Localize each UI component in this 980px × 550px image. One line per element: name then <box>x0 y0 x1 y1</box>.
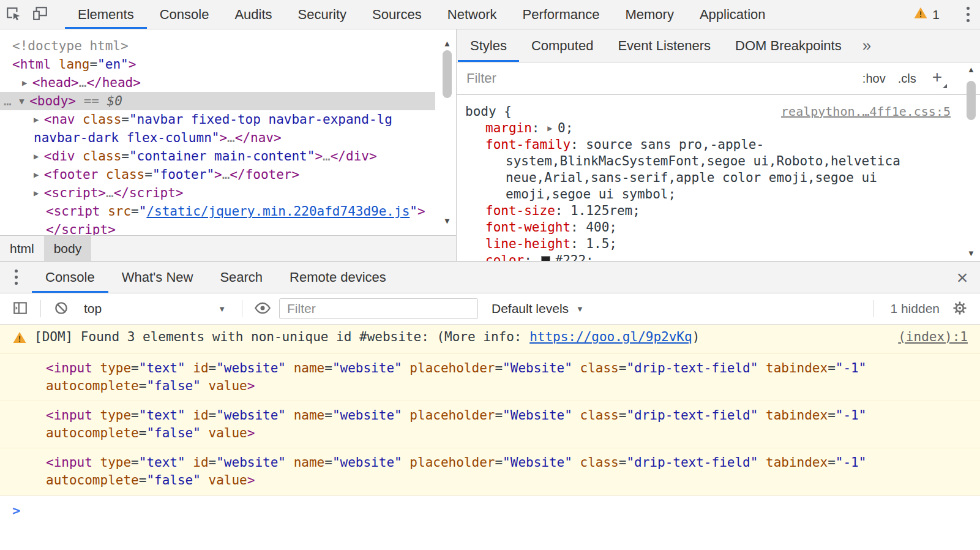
tab-application[interactable]: Application <box>687 0 779 29</box>
new-style-rule-button[interactable]: + <box>929 67 946 89</box>
css-declaration-font-size[interactable]: font-size: 1.125rem; <box>465 203 951 219</box>
error-warning-badge[interactable]: 1 <box>913 6 940 23</box>
tab-performance[interactable]: Performance <box>509 0 612 29</box>
close-drawer-button[interactable]: × <box>944 262 980 293</box>
breadcrumb-html[interactable]: html <box>0 236 44 261</box>
dom-node-html[interactable]: <html lang="en"> <box>0 55 435 73</box>
code-token: body { <box>465 104 512 119</box>
dom-node-inline-script[interactable]: ▶ <script>…</script> <box>0 184 435 202</box>
styles-filter-input[interactable] <box>466 70 850 86</box>
scroll-down-icon[interactable]: ▼ <box>439 212 455 230</box>
more-info-link[interactable]: https://goo.gl/9p2vKq <box>529 330 692 344</box>
toggle-device-toolbar-button[interactable] <box>27 0 54 29</box>
code-token <box>758 361 766 375</box>
code-token: > <box>247 473 255 488</box>
console-prompt: > <box>0 495 980 550</box>
disclosure-expanded-icon[interactable]: ▼ <box>19 96 29 106</box>
tab-audits[interactable]: Audits <box>222 0 285 29</box>
disclosure-collapsed-icon[interactable]: ▶ <box>22 78 32 88</box>
disclosure-collapsed-icon[interactable]: ▶ <box>34 151 44 161</box>
frame-context-value: top <box>84 301 102 316</box>
hidden-siblings-ellipsis[interactable]: … <box>4 94 19 108</box>
css-declaration-font-weight[interactable]: font-weight: 400; <box>465 219 951 236</box>
more-tabs-icon[interactable]: » <box>854 29 880 62</box>
main-menu-button[interactable] <box>956 6 980 24</box>
tab-whats-new[interactable]: What's New <box>108 262 207 293</box>
code-token: = <box>144 167 152 182</box>
tab-elements[interactable]: Elements <box>65 0 147 29</box>
code-token: = <box>619 408 627 423</box>
live-expression-button[interactable] <box>252 298 273 319</box>
scroll-up-icon[interactable]: ▲ <box>963 65 979 74</box>
gear-icon <box>951 299 968 318</box>
frame-context-select[interactable]: top ▼ <box>78 301 232 316</box>
dom-node-nav[interactable]: ▶ <nav class="navbar fixed-top navbar-ex… <box>0 110 435 147</box>
dom-node-script-close[interactable]: </script> <box>0 220 435 235</box>
code-token: = <box>131 408 139 423</box>
dom-node-footer[interactable]: ▶ <footer class="footer">…</footer> <box>0 165 435 184</box>
code-token: </head> <box>86 75 141 90</box>
tab-dom-breakpoints[interactable]: DOM Breakpoints <box>723 29 854 62</box>
scroll-down-icon[interactable]: ▼ <box>963 249 979 258</box>
styles-scrollbar[interactable]: ▲ ▼ <box>963 64 979 259</box>
css-declaration-color[interactable]: color: #222; <box>465 252 951 261</box>
tab-console[interactable]: Console <box>147 0 222 29</box>
tab-computed[interactable]: Computed <box>519 29 606 62</box>
code-token: class <box>83 112 121 127</box>
tab-sources[interactable]: Sources <box>359 0 435 29</box>
code-token: autocomplete <box>46 473 139 488</box>
expand-shorthand-icon[interactable]: ▶ <box>547 123 558 133</box>
breadcrumb-body[interactable]: body <box>44 236 92 261</box>
css-declaration-line-height[interactable]: line-height: 1.5; <box>465 236 951 252</box>
dom-node-jquery-script[interactable]: <script src="/static/jquery.min.220afd74… <box>0 202 435 220</box>
dom-node-head[interactable]: ▶ <head>…</head> <box>0 73 435 92</box>
console-element-output[interactable]: <input type="text" id="website" name="we… <box>0 401 980 448</box>
css-selector[interactable]: body { <box>465 104 512 120</box>
code-token: = <box>828 408 836 423</box>
dom-node-body-selected[interactable]: … ▼ <body> == $0 <box>0 92 435 110</box>
disclosure-collapsed-icon[interactable]: ▶ <box>34 170 44 179</box>
message-source-link[interactable]: (index):1 <box>898 328 968 350</box>
code-token: class <box>106 167 144 182</box>
clear-console-button[interactable] <box>51 298 72 319</box>
disclosure-collapsed-icon[interactable]: ▶ <box>34 188 44 198</box>
main-toolbar: Elements Console Audits Security Sources… <box>0 0 980 29</box>
drawer-menu-button[interactable] <box>0 262 32 293</box>
console-filter-input[interactable] <box>279 298 478 319</box>
script-source-link[interactable]: /static/jquery.min.220afd743d9e.js <box>146 204 410 219</box>
code-token: "Website" <box>503 455 572 470</box>
tab-remote-devices[interactable]: Remote devices <box>276 262 400 293</box>
tab-drawer-console[interactable]: Console <box>32 262 108 293</box>
tab-search[interactable]: Search <box>206 262 276 293</box>
code-token: id <box>193 408 208 423</box>
dom-node-doctype[interactable]: <!doctype html> <box>0 37 435 55</box>
element-class-toggle[interactable]: .cls <box>898 72 916 86</box>
tab-event-listeners[interactable]: Event Listeners <box>605 29 723 62</box>
stylesheet-source-link[interactable]: realpython.…4ff1e.css:5 <box>781 104 951 120</box>
inspect-element-button[interactable] <box>0 0 27 29</box>
console-prompt-input[interactable] <box>29 503 968 518</box>
tab-memory[interactable]: Memory <box>612 0 686 29</box>
scrollbar-thumb[interactable] <box>443 50 452 98</box>
color-swatch[interactable] <box>541 256 550 261</box>
code-token: = <box>131 455 139 470</box>
tab-security[interactable]: Security <box>285 0 359 29</box>
scrollbar-thumb[interactable] <box>967 81 976 120</box>
console-element-output[interactable]: <input type="text" id="website" name="we… <box>0 448 980 495</box>
disclosure-collapsed-icon[interactable]: ▶ <box>34 115 44 124</box>
code-token: </nav> <box>235 130 282 145</box>
dom-node-main-container[interactable]: ▶ <div class="container main-content">…<… <box>0 147 435 165</box>
code-token: placeholder <box>410 455 495 470</box>
pseudo-state-toggle[interactable]: :hov <box>862 72 886 86</box>
tab-network[interactable]: Network <box>435 0 510 29</box>
css-declaration-margin[interactable]: margin: ▶ 0; <box>465 120 951 137</box>
elements-scrollbar[interactable]: ▲ ▼ <box>439 33 455 232</box>
console-settings-button[interactable] <box>949 298 970 319</box>
log-levels-select[interactable]: Default levels ▼ <box>484 301 591 316</box>
code-token: class <box>580 408 619 423</box>
css-declaration-font-family[interactable]: font-family: source sans pro,-apple-syst… <box>465 137 951 203</box>
tab-styles[interactable]: Styles <box>458 29 519 62</box>
code-token <box>286 361 294 375</box>
console-element-output[interactable]: <input type="text" id="website" name="we… <box>0 353 980 401</box>
console-sidebar-toggle-button[interactable] <box>10 298 31 319</box>
